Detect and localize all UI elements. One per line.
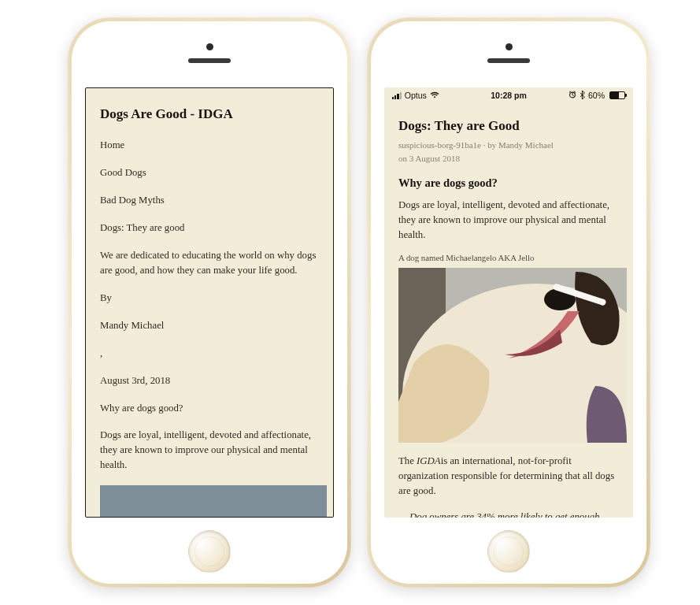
article: Dogs: They are Good suspicious-borg-91ba…: [384, 103, 633, 518]
phone-frame-left: Dogs Are Good - IDGA Home Good Dogs Bad …: [68, 17, 351, 588]
meta-slug: suspicious-borg-91ba1e: [398, 140, 481, 150]
image-wrap: [100, 485, 319, 518]
alarm-icon: [569, 91, 576, 100]
article-heading: Why are dogs good?: [398, 175, 619, 191]
article-title: Dogs: They are Good: [398, 116, 619, 135]
by-label: By: [100, 291, 319, 306]
image-caption: A dog named Michaelangelo AKA Jello: [398, 252, 619, 265]
nav-item-good-dogs[interactable]: Good Dogs: [100, 165, 319, 180]
para2-em: IGDA: [417, 455, 441, 466]
screen-left[interactable]: Dogs Are Good - IDGA Home Good Dogs Bad …: [85, 87, 334, 518]
nav-item-bad-dog-myths[interactable]: Bad Dog Myths: [100, 193, 319, 208]
wifi-icon: [430, 91, 439, 100]
camera-icon: [206, 43, 213, 50]
phone-frame-right: Optus 10:28 pm 60%: [367, 17, 650, 588]
dog-photo: [100, 485, 327, 518]
article-para-2: The IGDAis an international, not-for-pro…: [398, 454, 619, 499]
article-para-1: Dogs are loyal, intelligent, devoted and…: [398, 198, 619, 243]
nav-item-dogs-they-are-good[interactable]: Dogs: They are good: [100, 221, 319, 236]
meta-author: by Mandy Michael: [487, 140, 554, 150]
sensor-cluster: [487, 43, 530, 63]
separator-comma: ,: [100, 346, 319, 361]
battery-pct-label: 60%: [588, 91, 605, 100]
intro-text: We are dedicated to educating the world …: [100, 248, 319, 278]
blockquote: Dog owners are 34% more likely to get en…: [398, 510, 619, 518]
signal-icon: [392, 92, 402, 99]
phone-body-right: Optus 10:28 pm 60%: [371, 21, 646, 584]
page-title: Dogs Are Good - IDGA: [100, 104, 319, 124]
nav-item-home[interactable]: Home: [100, 138, 319, 153]
screen-right[interactable]: Optus 10:28 pm 60%: [384, 87, 633, 518]
article-date: August 3rd, 2018: [100, 373, 319, 388]
battery-icon: [609, 91, 625, 99]
speaker-icon: [487, 58, 530, 63]
home-button[interactable]: [487, 530, 530, 573]
reader-document: Dogs Are Good - IDGA Home Good Dogs Bad …: [86, 88, 333, 518]
para2-lead: The: [398, 455, 417, 466]
speaker-icon: [188, 58, 231, 63]
article-meta-line1: suspicious-borg-91ba1e · by Mandy Michae…: [398, 139, 619, 151]
body-paragraph: Dogs are loyal, intelligent, devoted and…: [100, 428, 319, 473]
status-bar: Optus 10:28 pm 60%: [384, 87, 633, 103]
status-right: 60%: [569, 91, 625, 101]
article-meta-date: on 3 August 2018: [398, 152, 619, 165]
svg-rect-0: [100, 485, 327, 518]
camera-icon: [506, 43, 513, 50]
stage: Dogs Are Good - IDGA Home Good Dogs Bad …: [0, 0, 700, 605]
status-left: Optus: [392, 91, 439, 100]
carrier-label: Optus: [405, 91, 427, 100]
sensor-cluster: [188, 43, 231, 63]
home-button[interactable]: [188, 530, 231, 573]
dog-photo: [398, 268, 627, 443]
phone-body-left: Dogs Are Good - IDGA Home Good Dogs Bad …: [72, 21, 347, 584]
author-name: Mandy Michael: [100, 318, 319, 333]
status-time: 10:28 pm: [491, 91, 527, 100]
bluetooth-icon: [580, 91, 585, 101]
section-heading: Why are dogs good?: [100, 401, 319, 416]
